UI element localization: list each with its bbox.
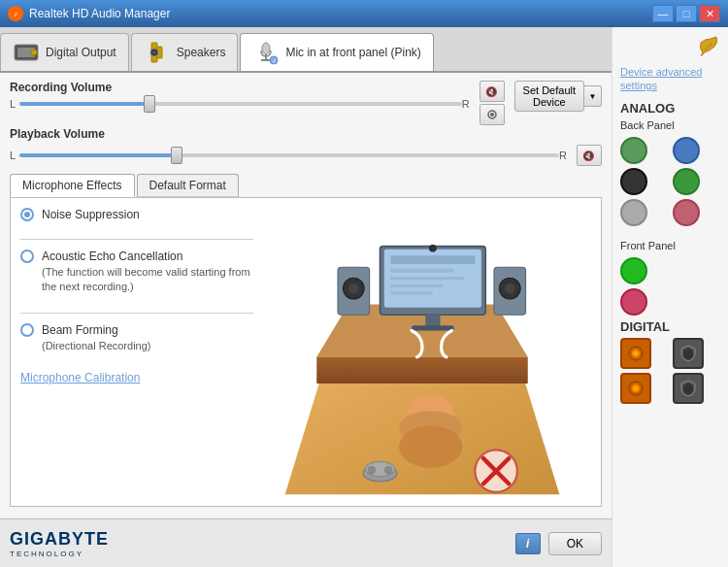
digital-jack-optical-2[interactable] xyxy=(620,373,651,404)
digital-jack-coax[interactable] xyxy=(673,338,704,369)
mic-front-icon: ✓ xyxy=(252,39,280,66)
playback-r-label: R xyxy=(559,150,567,161)
svg-text:🔇: 🔇 xyxy=(485,85,498,98)
svg-point-34 xyxy=(505,284,515,294)
recording-mono-button[interactable] xyxy=(480,104,505,125)
recording-slider-container xyxy=(19,102,462,106)
calibration-link[interactable]: Microphone Calibration xyxy=(20,371,140,384)
svg-text:✓: ✓ xyxy=(272,58,277,64)
beam-forming-label: Beam Forming xyxy=(42,323,118,337)
set-default-dropdown[interactable]: ▼ xyxy=(584,85,602,107)
acoustic-echo-label: Acoustic Echo Cancellation xyxy=(42,250,182,263)
svg-marker-18 xyxy=(316,357,528,384)
tab-digital-output-label: Digital Output xyxy=(46,46,116,59)
front-panel-jacks xyxy=(620,257,720,316)
tab-mic-front[interactable]: ✓ Mic in at front panel (Pink) xyxy=(240,33,433,71)
tab-mic-front-label: Mic in at front panel (Pink) xyxy=(285,46,420,59)
digital-jack-coax-2[interactable] xyxy=(673,373,704,404)
playback-mute-button[interactable]: 🔇 xyxy=(577,145,602,166)
svg-text:🔇: 🔇 xyxy=(582,150,595,162)
acoustic-echo-row[interactable]: Acoustic Echo Cancellation xyxy=(20,250,253,263)
beam-forming-row[interactable]: Beam Forming xyxy=(20,323,253,337)
digital-section: DIGITAL xyxy=(620,319,720,404)
svg-rect-21 xyxy=(390,255,475,264)
maximize-button[interactable]: □ xyxy=(676,5,697,22)
close-button[interactable]: ✕ xyxy=(699,5,720,22)
beam-forming-radio[interactable] xyxy=(20,323,34,337)
tab-speakers[interactable]: Speakers xyxy=(131,33,239,71)
bottom-bar: GIGABYTE TECHNOLOGY i OK xyxy=(0,518,612,567)
app-icon: ♪ xyxy=(8,6,23,21)
svg-rect-24 xyxy=(390,284,443,287)
jack-green-back[interactable] xyxy=(620,137,647,164)
svg-point-41 xyxy=(384,466,393,475)
separator-1 xyxy=(20,239,253,240)
front-panel-label: Front Panel xyxy=(620,240,720,251)
acoustic-echo-radio[interactable] xyxy=(20,250,34,263)
svg-point-37 xyxy=(399,425,462,468)
recording-mute-button[interactable]: 🔇 xyxy=(480,81,505,102)
recording-volume-row: Recording Volume L R 🔇 xyxy=(10,81,602,125)
right-panel: Device advanced settings ANALOG Back Pan… xyxy=(612,27,728,567)
inner-tabs: Microphone Effects Default Format xyxy=(10,174,602,197)
title-bar: ♪ Realtek HD Audio Manager — □ ✕ xyxy=(0,0,728,27)
separator-2 xyxy=(20,313,253,314)
device-advanced-link[interactable]: Device advanced settings xyxy=(620,65,720,93)
digital-output-icon xyxy=(13,39,40,66)
brand-name: GIGABYTE xyxy=(10,529,109,550)
noise-suppression-radio[interactable] xyxy=(20,208,34,221)
digital-jack-optical[interactable] xyxy=(620,338,651,369)
svg-point-51 xyxy=(634,386,638,390)
back-panel-jacks xyxy=(620,137,720,226)
3d-scene xyxy=(253,208,591,496)
svg-point-6 xyxy=(152,50,156,54)
speakers-icon xyxy=(144,39,171,66)
playback-slider-container xyxy=(19,153,559,157)
jack-lime-back[interactable] xyxy=(673,168,700,195)
feather-icon xyxy=(697,35,720,58)
recording-slider-thumb[interactable] xyxy=(144,95,155,113)
jack-pink-front[interactable] xyxy=(620,288,647,316)
jack-black-back[interactable] xyxy=(620,168,647,195)
noise-suppression-row[interactable]: Noise Suppression xyxy=(20,208,253,221)
recording-r-label: R xyxy=(462,98,470,110)
svg-rect-28 xyxy=(412,325,454,330)
jack-green-front[interactable] xyxy=(620,257,647,284)
brand-sub: TECHNOLOGY xyxy=(10,550,109,558)
noise-suppression-label: Noise Suppression xyxy=(42,208,140,221)
analog-title: ANALOG xyxy=(620,101,720,116)
svg-point-14 xyxy=(490,113,494,117)
info-button[interactable]: i xyxy=(515,533,541,554)
playback-slider[interactable] xyxy=(19,153,559,157)
tab-digital-output[interactable]: Digital Output xyxy=(0,33,129,71)
tab-mic-effects-label: Microphone Effects xyxy=(22,179,122,192)
svg-rect-22 xyxy=(390,268,453,272)
set-default-button[interactable]: Set Default Device xyxy=(514,81,584,112)
jack-gray-back[interactable] xyxy=(620,199,647,226)
svg-point-48 xyxy=(634,351,638,355)
front-panel-section: Front Panel xyxy=(620,240,720,316)
effects-left: Noise Suppression Acoustic Echo Cancella… xyxy=(20,208,253,496)
ok-button[interactable]: OK xyxy=(548,532,602,555)
brand-logo: GIGABYTE TECHNOLOGY xyxy=(10,529,109,558)
jack-blue-back[interactable] xyxy=(673,137,700,164)
acoustic-echo-item: Acoustic Echo Cancellation (The function… xyxy=(20,250,253,295)
minimize-button[interactable]: — xyxy=(652,5,674,22)
recording-slider[interactable] xyxy=(19,102,462,106)
playback-slider-thumb[interactable] xyxy=(171,147,182,164)
jack-pink-back[interactable] xyxy=(673,199,700,226)
digital-jacks xyxy=(620,338,720,404)
svg-rect-23 xyxy=(390,277,464,280)
tab-speakers-label: Speakers xyxy=(177,46,226,59)
acoustic-echo-desc: (The function will become valid starting… xyxy=(42,265,253,295)
left-panel: Digital Output Speakers xyxy=(0,27,612,567)
digital-title: DIGITAL xyxy=(620,319,720,334)
back-panel-label: Back Panel xyxy=(620,119,720,131)
beam-forming-item: Beam Forming (Directional Recording) xyxy=(20,323,253,353)
tab-default-format[interactable]: Default Format xyxy=(137,174,239,197)
tab-mic-effects[interactable]: Microphone Effects xyxy=(10,174,135,197)
app-title: Realtek HD Audio Manager xyxy=(29,7,652,20)
main-container: Digital Output Speakers xyxy=(0,27,728,567)
effects-box: Noise Suppression Acoustic Echo Cancella… xyxy=(10,197,602,507)
noise-suppression-item: Noise Suppression xyxy=(20,208,253,221)
